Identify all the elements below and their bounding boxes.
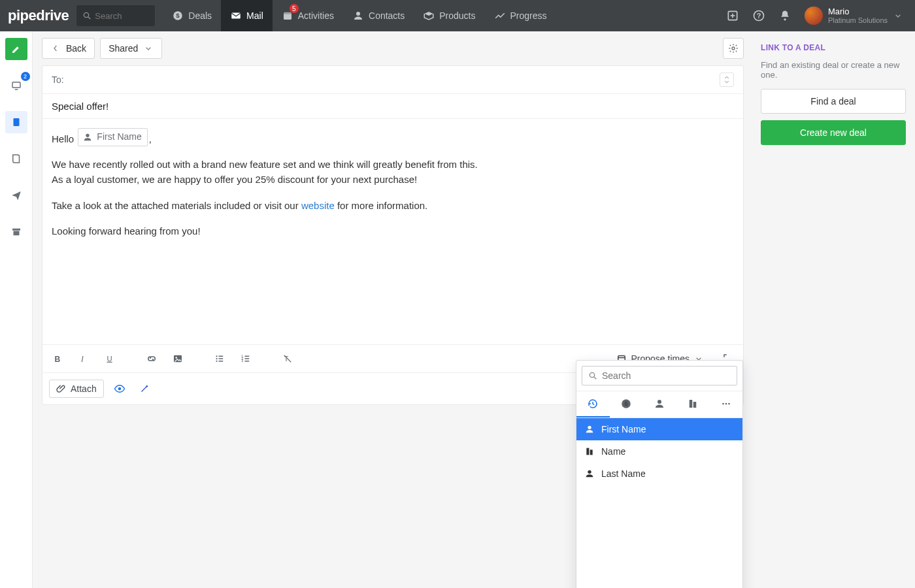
recipients-expand[interactable] (720, 73, 734, 87)
top-nav: pipedrive Deals Mail 5 Activities Contac… (0, 0, 915, 31)
back-button[interactable]: Back (42, 38, 95, 59)
global-search-input[interactable] (95, 11, 147, 21)
underline-button[interactable] (101, 350, 118, 367)
field-last-name[interactable]: Last Name (576, 463, 742, 485)
nav-items: Deals Mail 5 Activities Contacts Product… (163, 0, 556, 31)
popover-tabs (576, 391, 742, 418)
nav-label: Mail (246, 10, 263, 21)
field-label: Name (601, 446, 625, 457)
visibility-dropdown[interactable]: Shared (100, 38, 162, 59)
field-first-name[interactable]: First Name (576, 418, 742, 440)
field-name[interactable]: Name (576, 440, 742, 463)
merge-tag-first-name[interactable]: First Name (78, 128, 147, 146)
user-name: Mario (828, 7, 888, 16)
updown-icon (722, 74, 732, 85)
nav-label: Contacts (369, 10, 405, 21)
rail-inbox[interactable]: 2 (5, 74, 27, 97)
italic-button[interactable] (75, 350, 92, 367)
nav-label: Products (439, 10, 475, 21)
nav-contacts[interactable]: Contacts (343, 0, 414, 31)
rail-sent[interactable] (5, 184, 27, 206)
tab-deal[interactable] (610, 391, 643, 417)
website-link[interactable]: website (301, 200, 335, 211)
nav-right: Mario Platinum Solutions (720, 0, 910, 31)
body-p3a: Take a look at the attached materials in… (52, 200, 301, 211)
tracking-toggle[interactable] (110, 380, 129, 398)
body-p2: As a loyal customer, we are happy to off… (52, 172, 734, 187)
main: Back Shared To: Special offer! Hello (33, 31, 915, 588)
tab-more[interactable] (709, 391, 742, 417)
number-list-button[interactable] (237, 350, 254, 367)
nav-mail[interactable]: Mail (221, 0, 273, 31)
help-button[interactable] (746, 0, 772, 31)
popover-search[interactable] (582, 366, 737, 385)
deal-panel-desc: Find an existing deal or create a new on… (761, 60, 906, 80)
merge-fields-popover: First Name Name Last Name Update autofil… (576, 360, 743, 588)
popover-list: First Name Name Last Name (576, 418, 742, 588)
email-body[interactable]: Hello First Name , We have recently roll… (42, 119, 743, 344)
field-label: First Name (601, 424, 646, 434)
compose-button[interactable] (5, 38, 27, 60)
person-icon (82, 132, 93, 142)
nav-deals[interactable]: Deals (163, 0, 221, 31)
editor-head: Back Shared (42, 38, 744, 59)
body-p1: We have recently rolled out with a brand… (52, 157, 734, 172)
nav-label: Deals (188, 10, 212, 21)
rail-drafts[interactable] (5, 148, 27, 170)
clear-format-button[interactable] (279, 350, 296, 367)
org-icon (584, 446, 595, 457)
attach-button[interactable]: Attach (49, 380, 104, 398)
progress-icon (494, 10, 506, 22)
activities-badge: 5 (290, 4, 299, 13)
greeting: Hello (52, 133, 74, 144)
tab-org[interactable] (676, 391, 709, 417)
back-label: Back (66, 43, 86, 54)
nav-label: Progress (510, 10, 547, 21)
deal-panel: LINK TO A DEAL Find an existing deal or … (752, 31, 915, 588)
mail-rail: 2 (0, 31, 33, 588)
search-icon (588, 370, 598, 381)
nav-activities[interactable]: 5 Activities (273, 0, 343, 31)
dollar-icon (172, 10, 184, 22)
link-button[interactable] (143, 350, 160, 367)
to-label: To: (52, 74, 64, 85)
greeting-tail: , (149, 133, 152, 144)
chevron-left-icon (50, 43, 61, 54)
bullet-list-button[interactable] (211, 350, 228, 367)
history-icon (587, 398, 599, 410)
quick-add-button[interactable] (720, 0, 746, 31)
chevron-down-icon (143, 43, 154, 54)
to-input[interactable] (68, 74, 720, 85)
notifications-button[interactable] (772, 0, 798, 31)
find-deal-button[interactable]: Find a deal (761, 89, 906, 114)
subject-line[interactable]: Special offer! (42, 94, 743, 119)
to-row: To: (42, 66, 743, 94)
nav-progress[interactable]: Progress (485, 0, 556, 31)
smart-fields-button[interactable] (135, 380, 154, 398)
popover-search-input[interactable] (602, 370, 731, 381)
attach-icon (56, 384, 67, 394)
gear-icon (728, 43, 739, 54)
tab-recent[interactable] (576, 391, 610, 417)
merge-label: First Name (97, 130, 141, 144)
bold-button[interactable] (49, 350, 66, 367)
eye-icon (114, 383, 125, 395)
user-menu[interactable]: Mario Platinum Solutions (798, 7, 910, 25)
avatar (805, 7, 823, 25)
mail-icon (230, 10, 242, 22)
tab-person[interactable] (643, 391, 676, 417)
person-icon (352, 10, 364, 22)
attach-label: Attach (71, 384, 97, 394)
inbox-badge: 2 (21, 72, 30, 81)
rail-templates[interactable] (5, 111, 27, 133)
person-icon (584, 424, 595, 434)
settings-button[interactable] (723, 38, 744, 59)
compose-card: To: Special offer! Hello First Name , We… (42, 65, 744, 405)
global-search[interactable] (76, 5, 155, 26)
user-meta: Mario Platinum Solutions (828, 7, 888, 24)
image-button[interactable] (169, 350, 186, 367)
rail-archive[interactable] (5, 221, 27, 243)
nav-products[interactable]: Products (414, 0, 484, 31)
field-label: Last Name (601, 468, 646, 479)
create-deal-button[interactable]: Create new deal (761, 120, 906, 145)
